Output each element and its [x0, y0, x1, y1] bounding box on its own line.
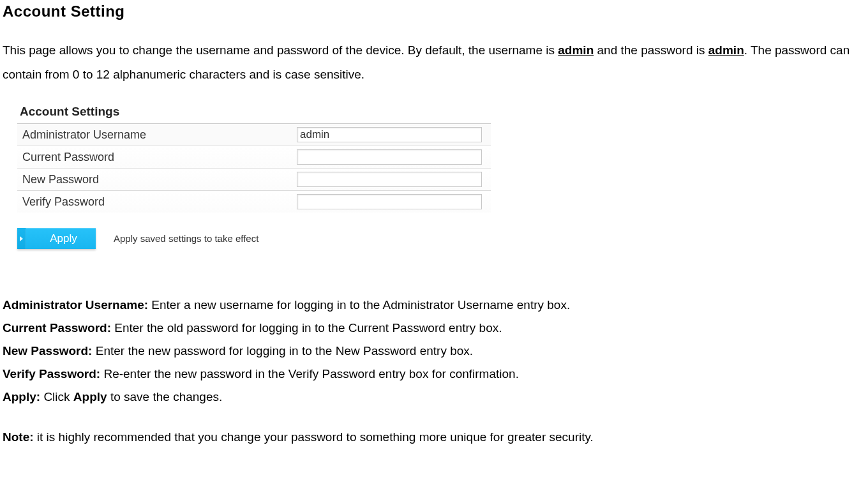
def-current-password-term: Current Password: [3, 321, 111, 335]
def-apply-post: to save the changes. [107, 390, 223, 403]
def-new-password-term: New Password: [3, 344, 92, 357]
apply-button-label: Apply [50, 232, 77, 244]
admin-username-input[interactable] [297, 127, 482, 142]
row-verify-password: Verify Password [17, 191, 491, 213]
apply-button[interactable]: Apply [17, 228, 96, 249]
label-admin-username: Administrator Username [17, 124, 292, 146]
apply-description: Apply saved settings to take effect [114, 233, 258, 244]
new-password-input[interactable] [297, 172, 482, 187]
def-verify-password-desc: Re-enter the new password in the Verify … [100, 367, 519, 380]
settings-table: Administrator Username Current Password … [17, 123, 491, 213]
intro-text-1: This page allows you to change the usern… [3, 43, 558, 57]
current-password-input[interactable] [297, 149, 482, 165]
note-desc: it is highly recommended that you change… [34, 430, 594, 444]
page-heading: Account Setting [3, 3, 868, 20]
note-term: Note: [3, 430, 34, 444]
row-admin-username: Administrator Username [17, 124, 491, 146]
intro-text-2: and the password is [594, 43, 708, 57]
intro-bold-username: admin [558, 43, 594, 57]
account-settings-panel: Account Settings Administrator Username … [17, 102, 491, 249]
apply-row: Apply Apply saved settings to take effec… [17, 228, 491, 249]
row-new-password: New Password [17, 169, 491, 191]
label-current-password: Current Password [17, 146, 292, 169]
def-verify-password-term: Verify Password: [3, 367, 100, 380]
def-apply: Apply: Click Apply to save the changes. [3, 386, 868, 409]
def-admin-username-term: Administrator Username: [3, 298, 148, 312]
intro-bold-password: admin [708, 43, 744, 57]
def-apply-term: Apply: [3, 390, 40, 403]
def-apply-bold: Apply [73, 390, 107, 403]
def-new-password: New Password: Enter the new password for… [3, 340, 868, 363]
verify-password-input[interactable] [297, 194, 482, 209]
note-paragraph: Note: it is highly recommended that you … [3, 430, 868, 444]
def-new-password-desc: Enter the new password for logging in to… [92, 344, 473, 357]
field-definitions: Administrator Username: Enter a new user… [3, 294, 868, 409]
def-admin-username: Administrator Username: Enter a new user… [3, 294, 868, 317]
def-apply-pre: Click [40, 390, 73, 403]
def-verify-password: Verify Password: Re-enter the new passwo… [3, 363, 868, 386]
def-current-password: Current Password: Enter the old password… [3, 317, 868, 340]
panel-title: Account Settings [17, 102, 491, 123]
label-verify-password: Verify Password [17, 191, 292, 213]
intro-paragraph: This page allows you to change the usern… [3, 38, 868, 87]
label-new-password: New Password [17, 169, 292, 191]
row-current-password: Current Password [17, 146, 491, 169]
def-admin-username-desc: Enter a new username for logging in to t… [148, 298, 570, 312]
def-current-password-desc: Enter the old password for logging in to… [111, 321, 502, 335]
